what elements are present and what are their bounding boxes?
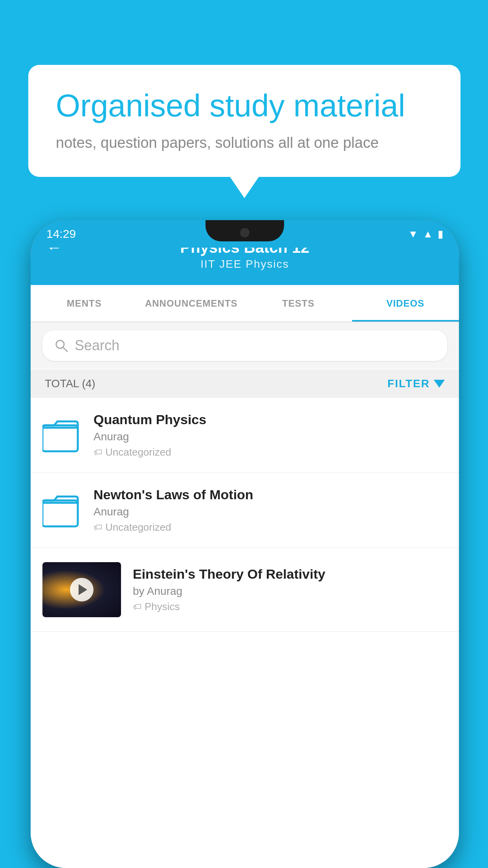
- list-item[interactable]: Newton's Laws of Motion Anurag 🏷 Uncateg…: [31, 473, 459, 548]
- play-icon: [79, 584, 87, 595]
- wifi-icon: ▼: [408, 228, 418, 240]
- status-icons: ▼ ▲ ▮: [408, 228, 443, 240]
- bubble-title: Organised study material: [56, 88, 433, 123]
- play-button[interactable]: [70, 578, 94, 601]
- tag-icon: 🏷: [94, 447, 102, 458]
- video-title: Newton's Laws of Motion: [94, 487, 447, 502]
- video-title: Quantum Physics: [94, 412, 447, 427]
- tabs-bar: MENTS ANNOUNCEMENTS TESTS VIDEOS: [31, 285, 459, 322]
- phone-frame: 14:29 ▼ ▲ ▮ ← Physics Batch 12 IIT JEE P…: [31, 220, 459, 868]
- tag-icon: 🏷: [133, 602, 141, 612]
- video-info: Einstein's Theory Of Relativity by Anura…: [133, 566, 447, 613]
- bubble-subtitle: notes, question papers, solutions all at…: [56, 132, 433, 153]
- svg-rect-3: [42, 500, 78, 526]
- speech-bubble-card: Organised study material notes, question…: [28, 65, 460, 177]
- video-tag: 🏷 Physics: [133, 601, 447, 613]
- signal-icon: ▲: [423, 228, 433, 240]
- video-title: Einstein's Theory Of Relativity: [133, 566, 447, 582]
- search-icon: [54, 338, 68, 353]
- status-time: 14:29: [46, 227, 76, 241]
- filter-icon: [434, 380, 445, 388]
- tab-videos[interactable]: VIDEOS: [352, 285, 459, 322]
- tab-ments[interactable]: MENTS: [31, 285, 138, 322]
- phone-notch: [205, 220, 284, 241]
- list-item[interactable]: Einstein's Theory Of Relativity by Anura…: [31, 548, 459, 632]
- video-author: Anurag: [94, 430, 447, 443]
- search-bar-wrapper: Search: [31, 322, 459, 369]
- filter-button[interactable]: FILTER: [387, 377, 445, 390]
- battery-icon: ▮: [438, 228, 443, 240]
- total-count-label: TOTAL (4): [45, 377, 95, 390]
- video-list: Quantum Physics Anurag 🏷 Uncategorized N…: [31, 398, 459, 868]
- video-tag: 🏷 Uncategorized: [94, 446, 447, 458]
- video-author: Anurag: [94, 506, 447, 518]
- svg-line-1: [63, 347, 67, 351]
- video-info: Quantum Physics Anurag 🏷 Uncategorized: [94, 412, 447, 458]
- header-subtitle: IIT JEE Physics: [200, 258, 289, 270]
- filter-bar: TOTAL (4) FILTER: [31, 370, 459, 398]
- folder-icon: [42, 417, 82, 453]
- tab-announcements[interactable]: ANNOUNCEMENTS: [138, 285, 245, 322]
- search-input[interactable]: Search: [75, 337, 119, 354]
- list-item[interactable]: Quantum Physics Anurag 🏷 Uncategorized: [31, 398, 459, 473]
- front-camera: [240, 228, 250, 237]
- video-tag: 🏷 Uncategorized: [94, 521, 447, 533]
- tag-icon: 🏷: [94, 522, 102, 533]
- svg-rect-2: [42, 425, 78, 451]
- phone-screen: 14:29 ▼ ▲ ▮ ← Physics Batch 12 IIT JEE P…: [31, 220, 459, 868]
- video-author: by Anurag: [133, 585, 447, 598]
- tab-tests[interactable]: TESTS: [245, 285, 352, 322]
- video-thumbnail: [42, 562, 121, 617]
- search-input-wrap[interactable]: Search: [42, 330, 447, 361]
- video-info: Newton's Laws of Motion Anurag 🏷 Uncateg…: [94, 487, 447, 533]
- folder-icon: [42, 493, 82, 528]
